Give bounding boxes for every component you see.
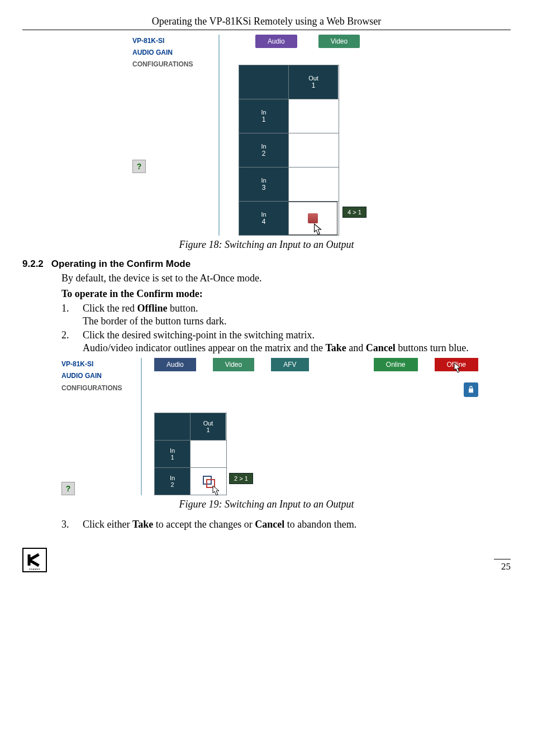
step2-take: Take (325, 342, 346, 353)
step2-cancel: Cancel (366, 342, 396, 353)
cell-3-1[interactable] (288, 168, 338, 201)
sidebar-line1: VP-81K-SI (132, 36, 199, 46)
figure-18-caption: Figure 18: Switching an Input to an Outp… (22, 239, 511, 251)
tab-video[interactable]: Video (213, 358, 254, 371)
step2-text-b-mid: and (346, 342, 366, 353)
offline-button[interactable]: Offline (435, 358, 478, 371)
step1-idx: 1. (61, 302, 74, 328)
help-icon[interactable]: ? (132, 160, 146, 173)
cell-2-1[interactable] (288, 133, 338, 167)
fig19-tabs: Audio Video AFV Online Offline (154, 358, 478, 371)
tab-online[interactable]: Online (374, 358, 418, 371)
in-label: In (261, 177, 266, 184)
matrix-corner (155, 413, 190, 440)
step3-a: Click either (83, 519, 132, 530)
hover-tag: 4 > 1 (342, 207, 367, 218)
fig19-sidebar: VP-81K-SI AUDIO GAIN CONFIGURATIONS (61, 358, 129, 394)
tab-afv[interactable]: AFV (271, 358, 308, 371)
tab-audio[interactable]: Audio (255, 35, 297, 48)
step1-text-a: Click the red (83, 303, 137, 314)
tab-audio[interactable]: Audio (154, 358, 196, 371)
out-label: Out (308, 75, 318, 82)
cursor-icon (310, 222, 325, 237)
step3-take: Take (132, 519, 153, 530)
switching-matrix: Out 1 In 1 In 2 (154, 413, 227, 495)
step3-end: to abandon them. (284, 519, 356, 530)
page-number: 25 (494, 559, 511, 572)
help-icon[interactable]: ? (61, 482, 75, 495)
hover-tag: 2 > 1 (229, 473, 253, 484)
section-number: 9.2.2 (22, 259, 44, 270)
tab-video[interactable]: Video (318, 35, 360, 48)
cell-1-1[interactable] (288, 99, 338, 133)
steps-continued: 3. Click either Take to accept the chang… (61, 518, 511, 531)
in-label: In (170, 447, 175, 454)
matrix-out-header: Out 1 (190, 413, 226, 440)
fig18-tabs: Audio Video (255, 35, 401, 48)
step3-idx: 3. (61, 518, 74, 531)
step3-cancel: Cancel (255, 519, 284, 530)
in3-num: 3 (262, 184, 266, 192)
fig18-sidebar: VP-81K-SI AUDIO GAIN CONFIGURATIONS (132, 35, 199, 70)
in1-header: In 1 (239, 99, 288, 133)
sidebar-line1: VP-81K-SI (61, 359, 129, 370)
in-label: In (261, 211, 266, 218)
step2-text-a: Click the desired switching-point in the… (83, 329, 315, 341)
section-subhead: To operate in the Confirm mode: (61, 288, 511, 300)
divider (218, 35, 220, 236)
step1-text-d: The border of the button turns dark. (83, 315, 226, 327)
section-intro: By default, the device is set to the At-… (61, 272, 511, 285)
step3-mid: to accept the changes or (153, 519, 255, 530)
figure-18: VP-81K-SI AUDIO GAIN CONFIGURATIONS ? Au… (22, 35, 511, 236)
step2-text-b-post: buttons turn blue. (396, 342, 469, 353)
in-label: In (170, 475, 175, 481)
lock-icon[interactable] (464, 382, 478, 397)
step2-text-b-pre: Audio/video indicator outlines appear on… (83, 342, 325, 353)
out-num: 1 (206, 427, 210, 433)
sidebar-line2: AUDIO GAIN (61, 371, 129, 381)
brand-text: KRAMER (23, 568, 46, 571)
cursor-icon (209, 484, 222, 497)
in2-num: 2 (170, 481, 174, 488)
steps: 1. Click the red Offline button. The bor… (61, 302, 511, 355)
in-label: In (261, 109, 266, 116)
sidebar-line3: CONFIGURATIONS (132, 59, 199, 70)
in1-num: 1 (262, 116, 266, 123)
sidebar-line2: AUDIO GAIN (132, 47, 199, 58)
in2-num: 2 (262, 150, 266, 157)
header-rule (22, 30, 511, 30)
matrix-corner (239, 65, 288, 99)
in4-num: 4 (262, 218, 266, 226)
cursor-icon (450, 361, 464, 375)
divider (141, 358, 142, 495)
in4-header: In 4 (239, 202, 288, 235)
matrix-out-header: Out 1 (288, 65, 338, 99)
running-title: Operating the VP-81KSi Remotely using a … (22, 16, 511, 27)
brand-logo: KRAMER (22, 548, 47, 572)
sidebar-line3: CONFIGURATIONS (61, 383, 129, 394)
in1-num: 1 (170, 454, 174, 461)
out-num: 1 (312, 82, 316, 89)
step2-idx: 2. (61, 329, 74, 355)
in3-header: In 3 (239, 168, 288, 201)
figure-19-caption: Figure 19: Switching an Input to an Outp… (22, 499, 511, 510)
figure-19: VP-81K-SI AUDIO GAIN CONFIGURATIONS ? Au… (61, 358, 511, 495)
step1-offline: Offline (137, 303, 167, 314)
in2-header: In 2 (239, 133, 288, 167)
section-title: Operating in the Confirm Mode (51, 259, 191, 270)
out-label: Out (203, 420, 213, 427)
in2-header: In 2 (155, 468, 190, 495)
step1-text-c: button. (167, 303, 198, 314)
switching-matrix: Out 1 In 1 In 2 (239, 65, 339, 236)
in1-header: In 1 (155, 441, 190, 467)
cell-1-1[interactable] (190, 441, 226, 467)
in-label: In (261, 143, 266, 150)
